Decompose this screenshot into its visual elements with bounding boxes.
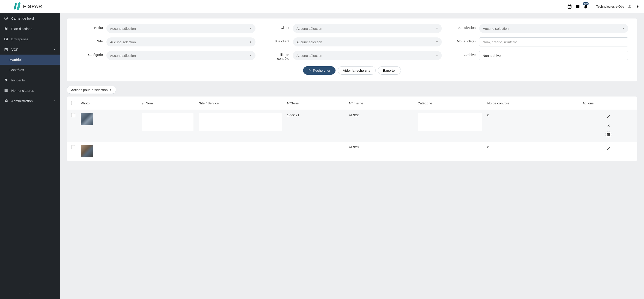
caret-down-icon: ▼ [436,40,438,43]
row-photo-thumbnail[interactable] [81,113,93,125]
sidebar-item-label: Administration [11,99,33,103]
filter-select-site-client[interactable]: Aucune sélection ▼ [293,38,442,46]
sidebar-item-label: Plan d'actions [11,27,32,31]
filter-input-keywords[interactable] [479,38,628,46]
sidebar-collapse-button[interactable] [0,289,60,299]
sidebar: Carnet de bord Plan d'actions Entreprise… [0,13,60,299]
filter-select-entite[interactable]: Aucune sélection ▼ [106,24,256,33]
filter-select-categorie[interactable]: Aucune sélection ▼ [106,51,256,60]
top-header: FISPAR 730 | Technologies e-Obs [0,0,644,13]
button-label: Rechercher [313,68,330,72]
user-label: Technologies e-Obs [596,5,624,8]
sidebar-item-materiel[interactable]: Matériel [0,54,60,65]
filter-select-archive[interactable]: Non archivé ⌄ [479,51,628,60]
edit-button[interactable] [605,145,612,152]
clear-search-button[interactable]: Vider la recherche [338,66,376,75]
dashboard-icon [4,16,8,20]
sidebar-item-label: Contrôles [10,68,24,72]
sidebar-item-carnet-de-bord[interactable]: Carnet de bord [0,13,60,24]
filter-label-entite: Entité [76,24,103,30]
map-icon[interactable] [575,4,580,9]
sidebar-item-administration[interactable]: Administration [0,96,60,106]
col-categorie: Catégorie [415,96,484,110]
sidebar-item-label: Entreprises [11,37,28,41]
caret-down-icon: ⌄ [623,54,625,57]
filter-label-site-client: Site client [262,38,289,43]
cell-ninterne: VI 923 [346,142,415,161]
caret-down-icon: ▼ [250,27,252,30]
sidebar-item-nomenclatures[interactable]: Nomenclatures [0,85,60,96]
search-button[interactable]: Rechercher [303,66,336,75]
select-value: Non archivé [482,54,500,58]
row-photo-thumbnail[interactable] [81,145,93,158]
cell-categorie [415,142,484,161]
results-table-card: Photo ▲▼ Nom Site / Service N°Serie N°In… [67,96,637,161]
chevron-right-icon [53,99,56,102]
cell-nom [139,142,196,161]
sidebar-item-plan-actions[interactable]: Plan d'actions [0,24,60,34]
cell-site-service [196,142,284,161]
button-label: Vider la recherche [343,68,370,72]
sidebar-item-incidents[interactable]: Incidents [0,75,60,85]
filter-label-archive: Archive [448,51,476,56]
brand-logo: FISPAR [4,2,42,11]
chevron-down-icon [53,48,56,51]
filter-select-famille-controle[interactable]: Aucune sélection ▼ [293,51,442,60]
list-icon [4,88,8,92]
row-checkbox[interactable] [71,113,75,117]
notification-badge: 730 [583,2,589,5]
cell-nserie: 17-0421 [284,110,346,142]
cell-nom [142,113,194,131]
results-table: Photo ▲▼ Nom Site / Service N°Serie N°In… [67,96,637,161]
col-actions: Actions [580,96,637,110]
filter-select-subdivision[interactable]: Aucune sélection ▼ [479,24,628,33]
sidebar-item-controles[interactable]: Contrôles [0,65,60,75]
filter-select-client[interactable]: Aucune sélection ▼ [293,24,442,33]
select-all-checkbox[interactable] [71,101,75,105]
pencil-icon [607,115,610,118]
edit-button[interactable] [605,113,612,120]
row-checkbox[interactable] [71,145,75,149]
table-row: VI 923 0 [67,142,637,161]
sidebar-item-label: Matériel [10,58,22,62]
sidebar-item-vgp[interactable]: VGP [0,44,60,54]
sidebar-item-label: Incidents [11,78,25,82]
calendar-check-icon[interactable] [567,4,572,9]
sort-icon: ▲▼ [142,102,144,105]
cell-nserie [284,142,346,161]
col-nserie: N°Serie [284,96,346,110]
notifications-bell[interactable]: 730 [583,4,588,9]
caret-down-icon: ▼ [250,40,252,43]
filter-label-categorie: Catégorie [76,51,103,56]
filter-select-site[interactable]: Aucune sélection ▼ [106,38,256,46]
caret-down-icon: ▼ [436,54,438,57]
cell-ninterne: VI 922 [346,110,415,142]
caret-down-icon: ▼ [436,27,438,30]
close-icon [607,124,610,128]
col-nom[interactable]: ▲▼ Nom [139,96,196,110]
bulk-actions-bar: Actions pour la sélection ▼ [67,86,637,94]
sidebar-item-entreprises[interactable]: Entreprises [0,34,60,44]
delete-button[interactable] [605,122,612,129]
filter-label-motcle: Mot(s) clé(s) [448,38,476,43]
chevron-right-icon[interactable] [636,4,640,9]
flag-icon [4,78,8,82]
logo-icon [14,2,21,11]
select-value: Aucune sélection [296,40,322,44]
table-row: 17-0421 VI 922 0 [67,110,637,142]
select-value: Aucune sélection [296,26,322,30]
export-button[interactable]: Exporter [378,66,401,75]
brand-name: FISPAR [23,4,42,10]
archive-button[interactable] [605,131,612,138]
map-icon [4,26,8,31]
user-icon[interactable] [627,4,632,9]
cell-nb-controle: 0 [484,110,580,142]
select-value: Aucune sélection [296,54,322,58]
dropdown-label: Actions pour la sélection [71,88,108,92]
filter-label-client: Client [262,24,289,30]
search-icon [308,69,312,72]
pencil-icon [607,147,610,150]
bulk-actions-dropdown[interactable]: Actions pour la sélection ▼ [67,86,116,94]
col-nb-controle: Nb de controle [484,96,580,110]
gear-icon [4,99,8,103]
